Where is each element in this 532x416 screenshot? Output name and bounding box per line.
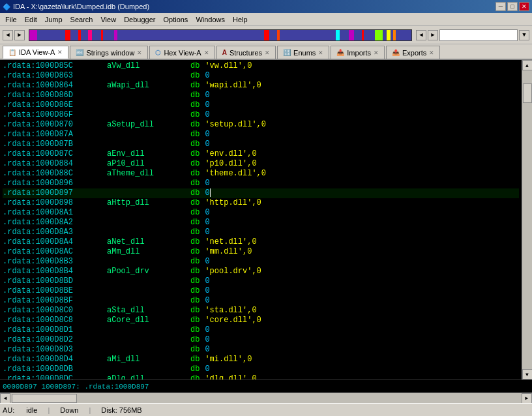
code-symbol [107,91,185,100]
menu-view[interactable]: View [96,14,120,25]
nav-segment [277,30,280,40]
menu-jump[interactable]: Jump [41,14,66,25]
tab-label: Strings window [86,49,134,57]
nav-right-arrow[interactable]: ▶ [428,30,438,40]
tab-enums[interactable]: 🔢 Enums ✕ [277,46,329,59]
nav-back-button[interactable]: ◀ [3,30,13,40]
minimize-button[interactable]: ─ [495,2,506,11]
menu-options[interactable]: Options [159,14,192,25]
code-address: .rdata:1000D8A4 [3,237,107,247]
code-value: 'vw.dll',0 [205,61,252,71]
scroll-thumb[interactable] [523,83,532,103]
code-line: .rdata:1000D86Edb0 [3,100,519,110]
nav-segment [387,30,391,40]
code-keyword: db [185,247,205,257]
code-symbol [107,296,185,306]
code-address: .rdata:1000D8BE [3,286,107,296]
menu-debugger[interactable]: Debugger [120,14,159,25]
hscroll-thumb[interactable] [12,394,77,403]
code-symbol: aHttp_dll [107,198,185,208]
tab-close-imports[interactable]: ✕ [374,50,379,56]
code-value: 0 [205,100,209,110]
nav-segment [393,30,396,40]
status-mode-label: AU: [3,406,14,414]
code-keyword: db [185,71,205,81]
maximize-button[interactable]: □ [507,2,518,11]
code-line: .rdata:1000D8B4aPool_drvdb'pool.drv',0 [3,267,519,276]
tab-close-hex-view[interactable]: ✕ [204,50,209,56]
code-address: .rdata:1000D864 [3,81,107,91]
hscroll-track[interactable] [10,393,522,404]
menu-file[interactable]: File [1,14,21,25]
code-address: .rdata:1000D8D2 [3,335,107,345]
tab-strings-window[interactable]: 🔤 Strings window ✕ [70,46,148,59]
tab-close-strings[interactable]: ✕ [137,50,142,56]
code-line: .rdata:1000D864aWapi_dlldb'wapi.dll',0 [3,81,519,91]
tab-label: IDA View-A [19,48,55,56]
tab-close-exports[interactable]: ✕ [429,50,434,56]
code-symbol [107,325,185,335]
hscroll-right-arrow[interactable]: ▶ [522,393,532,404]
code-value: 'p10.dll',0 [205,159,256,169]
nav-segment [362,30,364,40]
code-line: .rdata:1000D8B3db0 [3,257,519,267]
menu-help[interactable]: Help [229,14,252,25]
code-value: 0 [205,257,209,267]
tab-exports[interactable]: 📤 Exports ✕ [386,46,440,59]
nav-left-arrow[interactable]: ◀ [416,30,426,40]
code-address: .rdata:1000D8BF [3,296,107,306]
code-value: 0 [205,325,209,335]
code-line: .rdata:1000D8A2db0 [3,218,519,228]
code-line: .rdata:1000D8BEdb0 [3,286,519,296]
hscroll-left-arrow[interactable]: ◀ [0,393,10,404]
code-symbol: aSetup_dll [107,120,185,130]
code-address: .rdata:1000D8D1 [3,325,107,335]
code-symbol: aNet_dll [107,237,185,247]
code-symbol [107,276,185,286]
code-line: .rdata:1000D8D3db0 [3,345,519,355]
menu-edit[interactable]: Edit [21,14,41,25]
code-address: .rdata:1000D8DB [3,364,107,374]
tab-label: Structures [229,49,262,57]
menu-windows[interactable]: Windows [192,14,229,25]
code-keyword: db [185,316,205,325]
close-button[interactable]: ✕ [519,2,529,11]
tab-icon: ⬡ [155,49,161,56]
code-area[interactable]: .rdata:1000D85CaVw_dlldb'vw.dll',0.rdata… [0,60,522,379]
tab-imports[interactable]: 📥 Imports ✕ [331,46,385,59]
tab-close-structures[interactable]: ✕ [265,50,270,56]
code-address: .rdata:1000D87C [3,149,107,159]
status-sep-1: | [48,406,50,414]
code-line: .rdata:1000D8DCaDlg_dlldb'dlg.dll',0 [3,374,519,379]
code-address: .rdata:1000D87A [3,130,107,140]
nav-search-dropdown[interactable]: ▼ [519,30,529,40]
code-keyword: db [185,306,205,316]
tab-hex-view[interactable]: ⬡ Hex View-A ✕ [149,46,214,59]
tab-structures[interactable]: A Structures ✕ [216,46,276,59]
menu-search[interactable]: Search [66,14,97,25]
tab-ida-view[interactable]: 📋 IDA View-A ✕ [3,46,68,59]
code-keyword: db [185,81,205,91]
code-value: 'pool.drv',0 [205,267,261,276]
code-value: 0 [205,140,209,149]
tab-icon: A [222,49,227,56]
code-value: 0 [205,91,209,100]
code-address: .rdata:1000D8A2 [3,218,107,228]
code-value: 0 [205,335,209,345]
scroll-down-arrow[interactable]: ▼ [522,369,533,379]
navigation-bar[interactable] [29,29,412,41]
code-line: .rdata:1000D8BFdb0 [3,296,519,306]
code-value: 0 [205,286,209,296]
tab-close-enums[interactable]: ✕ [318,50,323,56]
vertical-scrollbar[interactable]: ▲ ▼ [522,60,532,379]
code-symbol [107,71,185,81]
scroll-up-arrow[interactable]: ▲ [522,60,533,70]
nav-forward-button[interactable]: ▶ [14,30,25,40]
titlebar-left: 🔷 IDA - X:\gazeta\lurk\Dumped.idb (Dumpe… [3,3,149,10]
tab-close-ida-view[interactable]: ✕ [57,49,63,55]
horizontal-scrollbar[interactable]: ◀ ▶ [0,393,532,403]
scroll-track[interactable] [522,70,533,369]
nav-search-input[interactable] [439,29,518,41]
code-symbol [107,110,185,120]
code-address: .rdata:1000D897 [3,188,107,198]
